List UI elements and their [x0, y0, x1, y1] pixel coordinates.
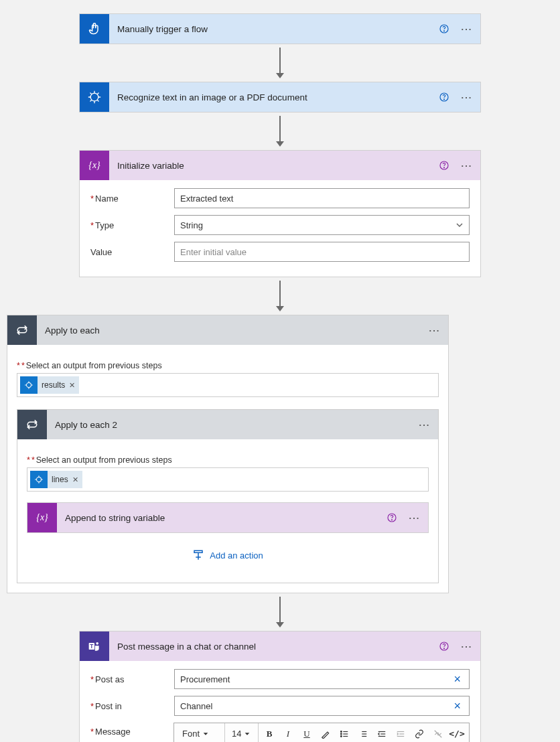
svg-rect-14	[194, 550, 202, 552]
underline-button[interactable]: U	[299, 726, 315, 742]
step-append-to-string[interactable]: {x} Append to string variable ···	[27, 502, 429, 533]
step-post-message: T Post message in a chat or channel ··· …	[79, 631, 481, 742]
flow-arrow	[0, 277, 560, 315]
clear-icon[interactable]: ×	[451, 672, 464, 686]
flow-arrow	[0, 593, 560, 631]
step-title: Append to string variable	[57, 513, 382, 523]
postin-select[interactable]: Channel ×	[174, 696, 470, 716]
ai-builder-icon	[30, 471, 48, 488]
help-icon[interactable]	[382, 508, 401, 527]
step-title: Manually trigger a flow	[109, 24, 435, 34]
remove-token-icon[interactable]: ✕	[69, 381, 75, 390]
type-label: Type	[90, 220, 174, 230]
remove-token-icon[interactable]: ✕	[72, 475, 78, 484]
bullets-button[interactable]	[336, 726, 352, 742]
step-apply-to-each-2: Apply to each 2 ··· *Select an output fr…	[17, 409, 439, 583]
italic-button[interactable]: I	[280, 726, 296, 742]
loop-icon	[17, 410, 47, 439]
select-output-label: *Select an output from previous steps	[17, 361, 439, 370]
teams-icon: T	[80, 632, 109, 661]
more-menu[interactable]: ···	[453, 637, 480, 656]
postas-select[interactable]: Procurement ×	[174, 669, 470, 689]
step-title: Recognize text in an image or a PDF docu…	[109, 92, 435, 102]
svg-point-11	[37, 477, 42, 482]
rich-text-toolbar: Font 14 B I U </>	[173, 723, 470, 742]
color-button[interactable]	[318, 726, 334, 742]
add-action-button[interactable]: Add an action	[27, 549, 429, 561]
svg-point-13	[392, 520, 393, 520]
size-select[interactable]: 14	[228, 723, 259, 742]
numbering-button[interactable]	[355, 726, 371, 742]
chevron-down-icon	[456, 221, 464, 229]
more-menu[interactable]: ···	[453, 88, 480, 106]
svg-point-10	[27, 383, 31, 388]
finger-tap-icon	[80, 14, 109, 44]
svg-point-25	[340, 733, 342, 735]
variable-icon: {x}	[27, 503, 57, 532]
postin-label: Post in	[90, 701, 174, 711]
token-lines: lines ✕	[30, 471, 82, 488]
svg-point-22	[444, 648, 445, 649]
flow-arrow	[0, 113, 560, 150]
variable-icon: {x}	[80, 151, 109, 180]
ai-builder-icon	[80, 82, 109, 112]
step-manually-trigger[interactable]: Manually trigger a flow ···	[79, 13, 481, 44]
add-action-icon	[192, 549, 204, 561]
type-select[interactable]: String	[174, 215, 470, 235]
outdent-button[interactable]	[374, 726, 390, 742]
help-icon[interactable]	[435, 637, 453, 656]
step-title: Initialize variable	[109, 161, 435, 171]
svg-point-5	[444, 99, 445, 100]
value-input[interactable]: Enter initial value	[174, 242, 470, 262]
more-menu[interactable]: ···	[401, 508, 428, 527]
indent-button[interactable]	[393, 726, 409, 742]
svg-point-20	[96, 642, 98, 645]
step-header[interactable]: T Post message in a chat or channel ···	[80, 632, 480, 661]
value-label: Value	[90, 247, 174, 257]
help-icon[interactable]	[435, 88, 453, 106]
ai-builder-icon	[20, 376, 38, 394]
unlink-button[interactable]	[430, 726, 446, 742]
name-input[interactable]: Extracted text	[174, 188, 470, 208]
more-menu[interactable]: ···	[421, 321, 448, 340]
svg-point-27	[340, 735, 342, 737]
svg-point-1	[444, 31, 445, 31]
help-icon[interactable]	[435, 156, 453, 175]
font-select[interactable]: Font	[178, 723, 225, 742]
svg-point-8	[444, 167, 445, 168]
step-recognize-text[interactable]: Recognize text in an image or a PDF docu…	[79, 82, 481, 113]
postas-label: Post as	[90, 674, 174, 684]
code-view-button[interactable]: </>	[449, 726, 465, 742]
bold-button[interactable]: B	[261, 726, 277, 742]
token-results: results ✕	[20, 376, 79, 394]
loop-icon	[7, 315, 37, 345]
more-menu[interactable]: ···	[453, 19, 480, 38]
svg-point-3	[90, 93, 98, 101]
output-token-input[interactable]: lines ✕	[27, 467, 429, 492]
step-title: Apply to each 2	[47, 420, 411, 430]
more-menu[interactable]: ···	[411, 415, 438, 434]
step-initialize-variable: {x} Initialize variable ··· Name Extract…	[79, 150, 481, 277]
step-title: Apply to each	[37, 325, 421, 336]
name-label: Name	[90, 194, 174, 204]
step-header[interactable]: Apply to each 2 ···	[17, 410, 438, 439]
clear-icon[interactable]: ×	[451, 699, 464, 713]
output-token-input[interactable]: results ✕	[17, 373, 439, 397]
more-menu[interactable]: ···	[453, 156, 480, 175]
select-output-label: *Select an output from previous steps	[27, 455, 429, 465]
step-header[interactable]: {x} Initialize variable ···	[80, 151, 480, 180]
message-label: Message	[90, 723, 173, 737]
link-button[interactable]	[411, 726, 427, 742]
step-title: Post message in a chat or channel	[109, 642, 435, 652]
help-icon[interactable]	[435, 19, 453, 38]
svg-point-23	[340, 731, 342, 732]
step-apply-to-each: Apply to each ··· *Select an output from…	[7, 315, 449, 593]
step-header[interactable]: Apply to each ···	[7, 315, 448, 345]
flow-arrow	[0, 44, 560, 82]
svg-text:T: T	[90, 643, 93, 650]
